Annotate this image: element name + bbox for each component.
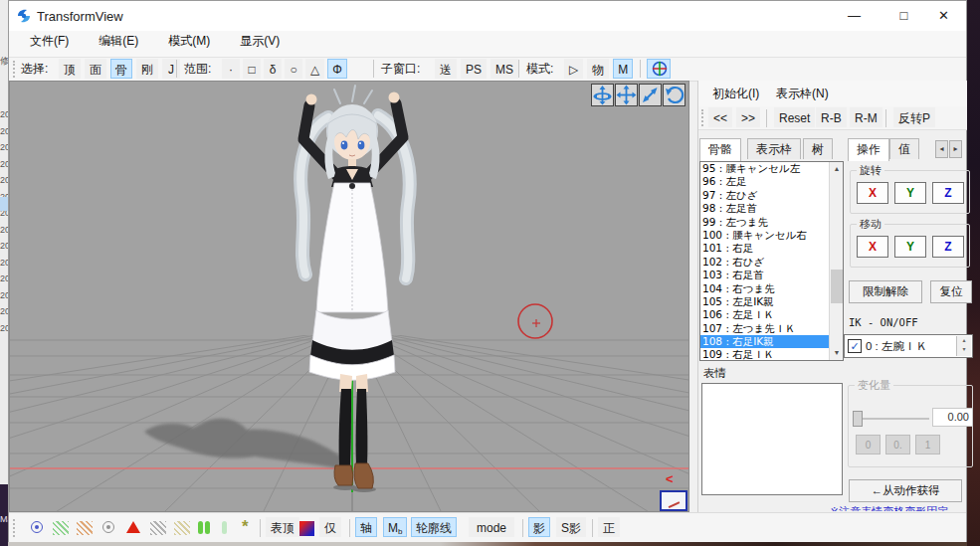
- joint-flower-icon[interactable]: [242, 521, 258, 535]
- get-from-motion-button[interactable]: ←从动作获得: [849, 479, 962, 502]
- subwindow-button[interactable]: 送: [435, 59, 457, 79]
- rotate-y-button[interactable]: Y: [894, 182, 926, 204]
- zoom-camera-button[interactable]: [639, 84, 662, 106]
- bone-list-item[interactable]: 97 : 左ひざ: [700, 189, 843, 202]
- reset-button[interactable]: Reset: [774, 107, 815, 127]
- mode-button[interactable]: 物: [587, 59, 609, 79]
- bone-list-item[interactable]: 109 : 右足ＩＫ: [700, 348, 843, 361]
- mode-button[interactable]: M: [613, 59, 633, 79]
- self-shadow-toggle-button[interactable]: S影: [556, 517, 586, 537]
- move-y-button[interactable]: Y: [894, 236, 926, 258]
- gray-hatch-icon[interactable]: [150, 521, 166, 535]
- bone-list-item[interactable]: 101 : 右足: [700, 242, 843, 255]
- display-frame-menu[interactable]: 表示枠(N): [770, 84, 835, 103]
- toolbar-grip[interactable]: [13, 61, 16, 78]
- bone-list-item[interactable]: 108 : 右足IK親: [700, 335, 843, 348]
- local-axis-indicator-icon[interactable]: [660, 490, 687, 511]
- close-button[interactable]: ✕: [921, 1, 966, 31]
- axis-toggle-button[interactable]: 轴: [355, 517, 377, 537]
- pan-camera-button[interactable]: [615, 84, 638, 106]
- limit-release-button[interactable]: 限制解除: [849, 280, 922, 303]
- subwindow-button[interactable]: PS: [461, 59, 487, 79]
- bone-list-item[interactable]: 107 : 左つま先ＩＫ: [700, 322, 843, 335]
- bone-list-item[interactable]: 96 : 左足: [700, 175, 843, 188]
- yellow-hatch-icon[interactable]: [174, 521, 190, 535]
- list-tab[interactable]: 骨骼: [699, 138, 741, 161]
- green-hatch-icon[interactable]: [53, 521, 69, 535]
- preset-1-button[interactable]: 1: [915, 435, 940, 455]
- select-mode-button[interactable]: 骨: [110, 59, 132, 79]
- orange-hatch-icon[interactable]: [77, 521, 93, 535]
- range-shape-button[interactable]: δ: [264, 59, 282, 79]
- ops-tab[interactable]: 操作: [848, 138, 889, 161]
- slider-thumb[interactable]: [853, 411, 863, 427]
- range-shape-button[interactable]: ○: [285, 59, 302, 79]
- select-mode-button[interactable]: J: [162, 59, 180, 79]
- change-amount-slider[interactable]: [854, 418, 929, 420]
- panel-collapse-arrow[interactable]: <: [666, 471, 674, 486]
- bone-list-item[interactable]: 98 : 左足首: [700, 202, 843, 215]
- surface-vertex-button[interactable]: 表顶: [266, 517, 299, 537]
- scroll-up-icon[interactable]: ▲: [830, 162, 844, 176]
- rotate-x-button[interactable]: X: [857, 182, 888, 204]
- toolbar-grip[interactable]: [13, 519, 16, 537]
- axis-gizmo-toggle-icon[interactable]: [647, 59, 671, 79]
- 3d-viewport[interactable]: <: [9, 81, 689, 512]
- green-capsule-icon[interactable]: [198, 521, 203, 534]
- range-shape-button[interactable]: □: [243, 59, 261, 79]
- bone-list-item[interactable]: 95 : 腰キャンセル左: [700, 162, 843, 175]
- bone-list[interactable]: 95 : 腰キャンセル左96 : 左足97 : 左ひざ98 : 左足首99 : …: [699, 161, 844, 361]
- list-tab[interactable]: 树: [803, 138, 833, 159]
- menu-item[interactable]: 模式(M): [162, 31, 216, 51]
- mode-button[interactable]: ▷: [564, 59, 583, 79]
- list-tab[interactable]: 表示枠: [747, 138, 801, 159]
- bone-list-item[interactable]: 104 : 右つま先: [700, 282, 843, 295]
- ops-tab[interactable]: 值: [889, 138, 919, 159]
- red-triangle-icon[interactable]: [126, 521, 140, 533]
- select-mode-button[interactable]: 面: [85, 59, 106, 79]
- move-x-button[interactable]: X: [857, 236, 888, 258]
- move-z-button[interactable]: Z: [932, 236, 964, 258]
- bone-list-item[interactable]: 103 : 右足首: [700, 269, 843, 281]
- scroll-down-icon[interactable]: ▼: [830, 346, 844, 360]
- only-button[interactable]: 仅: [319, 517, 341, 537]
- maximize-button[interactable]: □: [882, 1, 926, 31]
- undo-button[interactable]: <<: [708, 107, 732, 127]
- range-shape-button[interactable]: ·: [222, 59, 240, 79]
- preset-0-button[interactable]: 0: [856, 435, 881, 455]
- outline-toggle-button[interactable]: 轮廓线: [411, 517, 457, 537]
- bone-list-item[interactable]: 99 : 左つま先: [700, 216, 843, 229]
- bone-list-item[interactable]: 106 : 左足ＩＫ: [700, 308, 843, 321]
- preset-half-button[interactable]: 0.: [885, 435, 910, 455]
- reset-bone-button[interactable]: R-B: [816, 107, 847, 127]
- shadow-toggle-button[interactable]: 影: [528, 517, 550, 537]
- vertex-ring-icon[interactable]: [31, 521, 43, 533]
- orbit-camera-button[interactable]: [591, 84, 614, 106]
- mode-dropdown[interactable]: mode ▾: [469, 517, 514, 537]
- tab-scroll-left-icon[interactable]: ◂: [935, 140, 948, 158]
- bone-list-item[interactable]: 105 : 左足IK親: [700, 295, 843, 308]
- subwindow-button[interactable]: MS: [490, 59, 518, 79]
- gradient-weight-icon[interactable]: [299, 521, 314, 536]
- minimize-button[interactable]: —: [832, 1, 877, 31]
- mb-toggle-button[interactable]: Mb: [383, 517, 407, 537]
- init-menu[interactable]: 初始化(I): [706, 84, 765, 103]
- range-shape-button[interactable]: △: [305, 59, 324, 79]
- ik-checkbox[interactable]: ✓: [848, 339, 862, 353]
- ik-combo[interactable]: ✓ 0 : 左腕ＩＫ ▴▾: [844, 334, 973, 358]
- bone-list-item[interactable]: 102 : 右ひざ: [700, 256, 843, 269]
- reset-morph-button[interactable]: R-M: [850, 107, 882, 127]
- menu-item[interactable]: 文件(F): [24, 31, 75, 51]
- select-mode-button[interactable]: 刚: [136, 59, 158, 79]
- bone-list-item[interactable]: 100 : 腰キャンセル右: [700, 229, 843, 242]
- tab-scroll-right-icon[interactable]: ▸: [949, 140, 962, 158]
- redo-button[interactable]: >>: [736, 107, 760, 127]
- bone-list-scrollbar[interactable]: ▲ ▼: [829, 162, 843, 360]
- invert-pose-button[interactable]: 反转P: [893, 107, 935, 127]
- range-shape-button[interactable]: Φ: [327, 59, 347, 79]
- select-mode-button[interactable]: 顶: [59, 59, 81, 79]
- expression-list[interactable]: [701, 383, 843, 495]
- ik-spinner[interactable]: ▴▾: [956, 336, 971, 356]
- rotate-z-button[interactable]: Z: [932, 182, 964, 204]
- menu-item[interactable]: 显示(V): [234, 31, 286, 51]
